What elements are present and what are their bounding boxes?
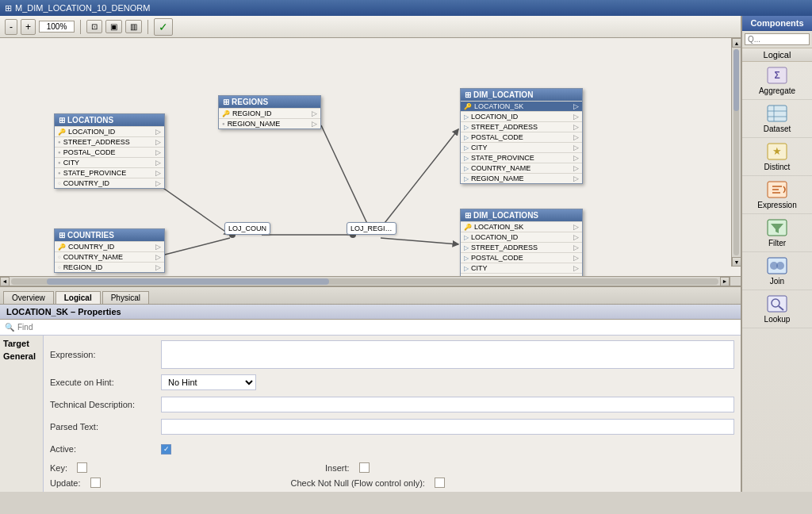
scroll-right-button[interactable]: ► — [720, 277, 730, 286]
execute-on-hint-select[interactable]: No Hint — [161, 374, 256, 390]
tabs-bar: Overview Logical Physical — [0, 287, 741, 305]
dim-location-row-sk[interactable]: 🔑 LOCATION_SK ▷ — [461, 101, 582, 111]
update-checkbox[interactable] — [90, 478, 101, 488]
locations-row-country[interactable]: ○ COUNTRY_ID ▷ — [55, 178, 164, 188]
dot-icon: ● — [58, 140, 61, 144]
components-search-input[interactable] — [745, 33, 810, 45]
component-aggregate[interactable]: Σ Aggregate — [742, 62, 812, 100]
locations-row-city[interactable]: ● CITY ▷ — [55, 157, 164, 167]
dim-location-row-street[interactable]: ▷ STREET_ADDRESS ▷ — [461, 121, 582, 132]
tech-desc-value[interactable] — [161, 397, 734, 412]
zoom-out-button[interactable]: - — [5, 19, 17, 35]
dataset-icon — [766, 104, 788, 123]
field-label: REGION_ID — [63, 263, 103, 271]
parsed-text-value[interactable] — [161, 419, 734, 435]
vertical-scrollbar[interactable]: ▲ ▼ — [731, 38, 741, 267]
component-distinct[interactable]: ★ Distinct — [742, 138, 812, 176]
field-label: REGION_NAME — [471, 175, 524, 182]
field-label: COUNTRY_NAME — [63, 253, 123, 261]
locations-table[interactable]: ⊞ LOCATIONS 🔑 LOCATION_ID ▷ ● STREET_ADD… — [54, 113, 165, 189]
key-icon: 🔑 — [464, 103, 472, 110]
insert-label: Insert: — [325, 463, 350, 473]
loj-regi-node[interactable]: LOJ_REGI… — [347, 222, 396, 235]
component-join[interactable]: Join — [742, 252, 812, 290]
regions-row-name[interactable]: ● REGION_NAME ▷ — [219, 118, 320, 128]
dim-locations-table[interactable]: ⊞ DIM_LOCATIONS 🔑 LOCATION_SK ▷ ▷ LOCATI… — [460, 209, 583, 276]
dim-locations-row-street[interactable]: ▷ STREET_ADDRESS ▷ — [461, 242, 582, 252]
expression-value[interactable] — [161, 340, 734, 369]
title-bar: ⊞ M_DIM_LOCATION_10_DENORM — [0, 0, 812, 16]
h-scroll-track — [11, 278, 718, 285]
layout-button[interactable]: ▣ — [105, 20, 122, 33]
scroll-up-button[interactable]: ▲ — [732, 38, 741, 48]
countries-row-region[interactable]: ○ REGION_ID ▷ — [55, 262, 164, 272]
key-checkbox[interactable] — [77, 462, 87, 473]
lookup-label: Lookup — [764, 315, 791, 324]
logical-tab[interactable]: Logical — [742, 48, 812, 62]
dim-location-row-region[interactable]: ▷ REGION_NAME ▷ — [461, 173, 582, 183]
regions-header: ⊞ REGIONS — [219, 96, 320, 108]
dim-locations-row-city[interactable]: ▷ CITY ▷ — [461, 263, 582, 273]
dim-location-row-id[interactable]: ▷ LOCATION_ID ▷ — [461, 111, 582, 121]
countries-row-name[interactable]: ○ COUNTRY_NAME ▷ — [55, 251, 164, 262]
component-lookup[interactable]: Lookup — [742, 290, 812, 328]
field-label: REGION_NAME — [228, 120, 281, 128]
locations-row-location-id[interactable]: 🔑 LOCATION_ID ▷ — [55, 126, 164, 136]
key-field: Key: — [50, 462, 87, 473]
dim-locations-row-sk[interactable]: 🔑 LOCATION_SK ▷ — [461, 221, 582, 232]
h-scroll-thumb[interactable] — [47, 278, 330, 285]
component-filter[interactable]: Filter — [742, 214, 812, 252]
locations-row-state[interactable]: ● STATE_PROVINCE ▷ — [55, 167, 164, 178]
dim-locations-row-id[interactable]: ▷ LOCATION_ID ▷ — [461, 232, 582, 242]
dim-locations-row-state[interactable]: ▷ STATE_PROVINCE ▷ — [461, 273, 582, 276]
dim-location-table[interactable]: ⊞ DIM_LOCATION 🔑 LOCATION_SK ▷ ▷ LOCATIO… — [460, 88, 583, 184]
tab-physical[interactable]: Physical — [102, 291, 149, 304]
regions-row-id[interactable]: 🔑 REGION_ID ▷ — [219, 108, 320, 118]
field-label: COUNTRY_ID — [63, 179, 109, 187]
locations-row-street[interactable]: ● STREET_ADDRESS ▷ — [55, 136, 164, 147]
dim-location-row-country[interactable]: ▷ COUNTRY_NAME ▷ — [461, 163, 582, 173]
fit-button[interactable]: ⊡ — [86, 20, 102, 33]
dim-location-row-postal[interactable]: ▷ POSTAL_CODE ▷ — [461, 132, 582, 142]
zoom-in-button[interactable]: + — [21, 19, 36, 35]
zoom-input[interactable] — [39, 21, 75, 33]
arrow-icon: ▷ — [464, 265, 469, 272]
svg-line-1 — [159, 238, 230, 256]
countries-table[interactable]: ⊞ COUNTRIES 🔑 COUNTRY_ID ▷ ○ COUNTRY_NAM… — [54, 228, 165, 273]
regions-table[interactable]: ⊞ REGIONS 🔑 REGION_ID ▷ ● REGION_NAME ▷ — [218, 95, 321, 129]
svg-point-20 — [776, 262, 784, 270]
countries-row-id[interactable]: 🔑 COUNTRY_ID ▷ — [55, 241, 164, 251]
search-bar: 🔍 — [0, 320, 741, 336]
scroll-thumb[interactable] — [733, 49, 739, 111]
dim-locations-row-postal[interactable]: ▷ POSTAL_CODE ▷ — [461, 252, 582, 263]
components-search — [742, 31, 812, 48]
expression-icon — [766, 180, 788, 199]
insert-checkbox[interactable] — [359, 462, 370, 473]
scroll-down-button[interactable]: ▼ — [732, 257, 741, 267]
tab-logical[interactable]: Logical — [56, 291, 101, 304]
tab-overview[interactable]: Overview — [3, 291, 54, 304]
loj-coun-node[interactable]: LOJ_COUN — [224, 222, 270, 235]
dot-icon: ● — [58, 160, 61, 165]
svg-line-3 — [321, 125, 369, 227]
arrow-icon: ▷ — [464, 234, 469, 241]
distinct-label: Distinct — [764, 163, 791, 171]
scroll-left-button[interactable]: ◄ — [0, 277, 10, 286]
field-label: STREET_ADDRESS — [63, 138, 130, 146]
horizontal-scrollbar[interactable]: ◄ ► — [0, 276, 741, 286]
dim-location-row-city[interactable]: ▷ CITY ▷ — [461, 142, 582, 152]
check-button[interactable]: ✓ — [154, 18, 173, 36]
layout-button2[interactable]: ▥ — [125, 20, 142, 33]
dim-location-title: DIM_LOCATION — [473, 90, 533, 99]
execute-on-hint-row: Execute on Hint: No Hint — [50, 374, 734, 391]
field-label: STATE_PROVINCE — [63, 169, 127, 177]
active-label: Active: — [50, 444, 161, 454]
component-expression[interactable]: Expression — [742, 176, 812, 214]
dim-location-header: ⊞ DIM_LOCATION — [461, 89, 582, 101]
active-checkbox[interactable]: ✓ — [161, 444, 171, 455]
dim-location-row-state[interactable]: ▷ STATE_PROVINCE ▷ — [461, 152, 582, 163]
check-not-null-checkbox[interactable] — [435, 478, 445, 488]
component-dataset[interactable]: Dataset — [742, 100, 812, 138]
search-input[interactable] — [17, 323, 736, 332]
locations-row-postal[interactable]: ● POSTAL_CODE ▷ — [55, 147, 164, 157]
